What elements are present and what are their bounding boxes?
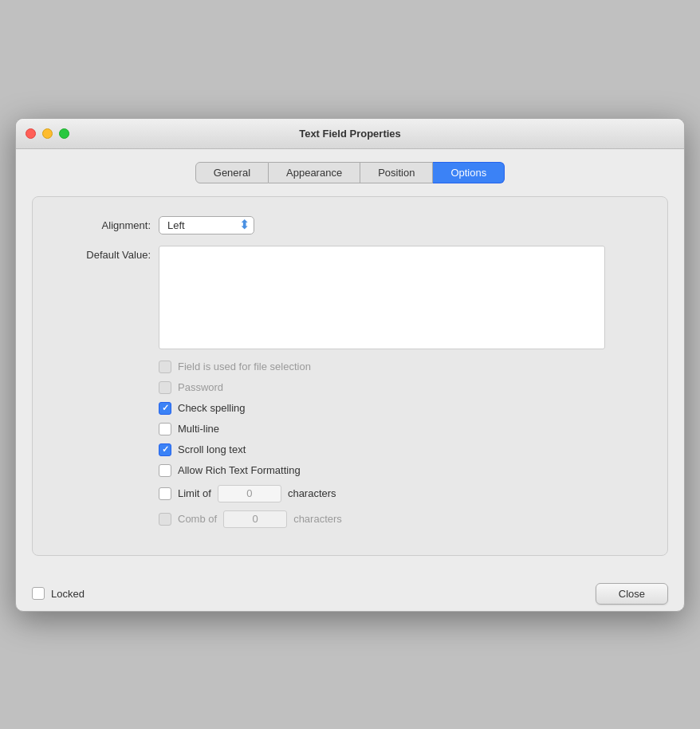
checkbox-comb-of[interactable] (159, 513, 171, 526)
comb-of-suffix: characters (293, 513, 342, 525)
checkbox-check-spelling[interactable] (159, 402, 171, 415)
comb-of-label: Comb of (178, 513, 217, 525)
default-value-label: Default Value: (55, 246, 159, 261)
comb-row: Comb of characters (159, 510, 645, 528)
tab-position[interactable]: Position (360, 162, 433, 183)
checkbox-row-scroll-long-text: Scroll long text (159, 443, 645, 456)
limit-of-input[interactable] (218, 485, 281, 502)
alignment-row: Alignment: Left Center Right Justify ⬍ (55, 216, 645, 234)
alignment-select-wrapper: Left Center Right Justify ⬍ (159, 216, 254, 234)
checkbox-row-multi-line: Multi-line (159, 423, 645, 435)
maximize-traffic-light[interactable] (59, 128, 69, 139)
checkbox-locked[interactable] (32, 587, 45, 600)
window-body: General Appearance Position Options Alig… (16, 149, 684, 572)
checkbox-rich-text[interactable] (159, 464, 171, 477)
checkbox-multi-line[interactable] (159, 423, 171, 435)
checkbox-password[interactable] (159, 381, 171, 394)
checkbox-label-scroll-long-text: Scroll long text (178, 443, 246, 455)
checkbox-label-rich-text: Allow Rich Text Formatting (178, 464, 301, 476)
comb-of-input[interactable] (223, 510, 287, 528)
tab-bar: General Appearance Position Options (32, 162, 668, 183)
title-bar: Text Field Properties (16, 119, 684, 149)
minimize-traffic-light[interactable] (42, 128, 53, 139)
checkbox-label-multi-line: Multi-line (178, 423, 219, 435)
dialog-window: Text Field Properties General Appearance… (15, 118, 685, 612)
checkbox-row-check-spelling: Check spelling (159, 402, 645, 415)
locked-label: Locked (51, 588, 85, 600)
checkbox-limit-of[interactable] (159, 487, 171, 500)
limit-of-suffix: characters (288, 487, 336, 499)
locked-row: Locked (32, 587, 85, 600)
checkbox-file-selection[interactable] (159, 361, 171, 373)
limit-row: Limit of characters (159, 485, 645, 502)
default-value-textarea[interactable] (159, 246, 605, 349)
default-value-row: Default Value: (55, 246, 645, 349)
checkbox-row-password: Password (159, 381, 645, 394)
window-title: Text Field Properties (299, 128, 401, 140)
tab-options[interactable]: Options (433, 162, 505, 183)
close-traffic-light[interactable] (26, 128, 36, 139)
tab-appearance[interactable]: Appearance (269, 162, 360, 183)
checkboxes-section: Field is used for file selection Passwor… (159, 361, 645, 528)
checkbox-label-check-spelling: Check spelling (178, 402, 246, 414)
close-button[interactable]: Close (596, 583, 668, 605)
traffic-lights (26, 128, 69, 139)
checkbox-row-file-selection: Field is used for file selection (159, 361, 645, 373)
alignment-label: Alignment: (55, 216, 159, 231)
tab-general[interactable]: General (195, 162, 269, 183)
checkbox-label-file-selection: Field is used for file selection (178, 361, 311, 372)
content-panel: Alignment: Left Center Right Justify ⬍ D… (32, 196, 668, 556)
checkbox-row-rich-text: Allow Rich Text Formatting (159, 464, 645, 477)
bottom-bar: Locked Close (16, 572, 684, 611)
checkbox-label-password: Password (178, 381, 223, 393)
checkbox-scroll-long-text[interactable] (159, 443, 171, 456)
alignment-select[interactable]: Left Center Right Justify (159, 216, 254, 234)
limit-of-label: Limit of (178, 487, 211, 499)
